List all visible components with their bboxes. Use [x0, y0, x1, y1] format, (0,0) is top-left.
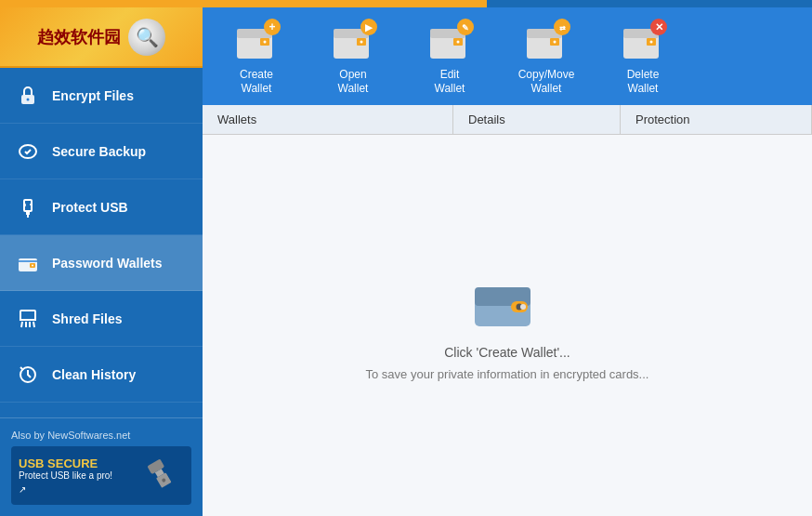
svg-point-56	[520, 304, 526, 310]
backup-icon	[15, 139, 41, 165]
sidebar-nav: Encrypt Files Secure Backup	[0, 68, 203, 417]
svg-text:✎: ✎	[462, 23, 469, 33]
copymove-wallet-icon: ⇄	[524, 18, 569, 62]
logo-icon: 🔍	[128, 19, 165, 56]
sidebar-label-clean-history: Clean History	[52, 367, 136, 382]
shred-icon	[15, 306, 41, 332]
sidebar-item-protect-usb[interactable]: Protect USB	[0, 179, 203, 235]
usb-secure-arrow: ↗	[19, 484, 112, 495]
wallet-icon	[15, 250, 41, 276]
svg-line-12	[21, 322, 22, 327]
sidebar-label-password-wallets: Password Wallets	[52, 256, 163, 271]
create-wallet-button[interactable]: + CreateWallet	[210, 12, 303, 100]
svg-point-1	[27, 98, 30, 100]
svg-text:✕: ✕	[655, 21, 663, 33]
lock-icon	[15, 83, 41, 109]
usb-icon	[15, 194, 41, 220]
sidebar-item-encrypt-files[interactable]: Encrypt Files	[0, 68, 203, 124]
open-wallet-icon: ▶	[331, 18, 375, 62]
sidebar-logo: 趋效软件园 🔍	[0, 7, 203, 68]
main-layout: 趋效软件园 🔍 Encrypt Files	[0, 7, 812, 516]
edit-wallet-label: EditWallet	[435, 68, 465, 95]
svg-point-37	[457, 41, 460, 44]
toolbar: + CreateWallet ▶ OpenWallet	[203, 7, 812, 105]
top-bar	[0, 0, 812, 7]
open-wallet-button[interactable]: ▶ OpenWallet	[307, 12, 399, 100]
usb-secure-sub: Protect USB like a pro!	[19, 470, 112, 481]
col-header-wallets: Wallets	[203, 105, 453, 134]
svg-rect-11	[20, 311, 35, 320]
content-area: Click 'Create Wallet'... To save your pr…	[203, 135, 812, 516]
svg-text:▶: ▶	[365, 22, 373, 33]
empty-state-line2: To save your private information in encr…	[366, 367, 649, 381]
empty-wallet-illustration	[470, 271, 544, 326]
sidebar-item-clean-history[interactable]: Clean History	[0, 347, 203, 403]
history-icon	[15, 362, 41, 388]
usb-drive-icon	[138, 447, 192, 504]
sidebar: 趋效软件园 🔍 Encrypt Files	[0, 7, 203, 516]
copymove-wallet-label: Copy/MoveWallet	[518, 68, 575, 95]
empty-state-line1: Click 'Create Wallet'...	[444, 345, 570, 360]
logo-text: 趋效软件园	[37, 26, 121, 48]
delete-wallet-button[interactable]: ✕ DeleteWallet	[596, 12, 689, 100]
sidebar-label-encrypt-files: Encrypt Files	[52, 88, 134, 103]
copymove-wallet-button[interactable]: ⇄ Copy/MoveWallet	[500, 12, 593, 100]
sidebar-item-password-wallets[interactable]: Password Wallets	[0, 235, 203, 291]
col-header-details: Details	[453, 105, 621, 134]
right-panel: + CreateWallet ▶ OpenWallet	[203, 7, 812, 516]
sidebar-label-secure-backup: Secure Backup	[52, 144, 146, 159]
also-by-text: Also by NewSoftwares.net	[11, 430, 191, 441]
svg-rect-4	[26, 211, 30, 215]
open-wallet-label: OpenWallet	[338, 68, 369, 95]
sidebar-item-shred-files[interactable]: Shred Files	[0, 291, 203, 347]
delete-wallet-icon: ✕	[621, 18, 665, 62]
svg-text:+: +	[268, 20, 275, 33]
delete-wallet-label: DeleteWallet	[627, 68, 660, 95]
sidebar-label-shred-files: Shred Files	[52, 311, 122, 326]
col-header-protection: Protection	[621, 105, 812, 134]
svg-point-43	[554, 41, 557, 44]
usb-secure-title: USB SECURE	[19, 456, 112, 470]
svg-point-10	[32, 264, 33, 266]
create-wallet-icon: +	[234, 18, 279, 62]
column-headers: Wallets Details Protection	[203, 105, 812, 135]
svg-text:⇄: ⇄	[559, 24, 566, 33]
create-wallet-label: CreateWallet	[240, 68, 273, 95]
edit-wallet-icon: ✎	[427, 18, 472, 62]
svg-point-31	[360, 41, 363, 44]
edit-wallet-button[interactable]: ✎ EditWallet	[403, 12, 496, 100]
sidebar-label-protect-usb: Protect USB	[52, 200, 128, 215]
usb-secure-banner[interactable]: USB SECURE Protect USB like a pro! ↗	[11, 446, 191, 505]
sidebar-item-secure-backup[interactable]: Secure Backup	[0, 124, 203, 179]
svg-point-25	[264, 41, 267, 44]
svg-line-15	[33, 322, 34, 327]
sidebar-bottom: Also by NewSoftwares.net USB SECURE Prot…	[0, 417, 203, 516]
svg-point-49	[650, 41, 653, 44]
